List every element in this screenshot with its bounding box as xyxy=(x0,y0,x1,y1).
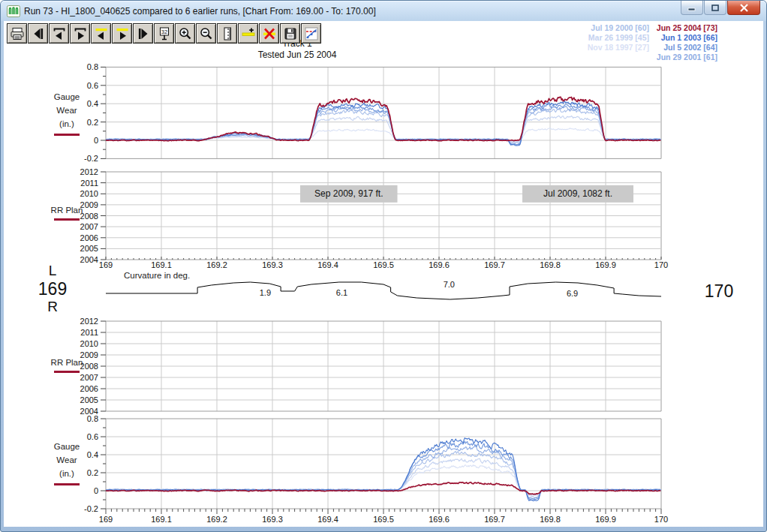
charts-canvas[interactable]: 0.80.60.40.20-0.220122011201020092008200… xyxy=(4,21,763,527)
svg-text:169.8: 169.8 xyxy=(540,260,561,269)
svg-text:6.1: 6.1 xyxy=(336,288,347,297)
printer-icon xyxy=(10,26,25,41)
svg-text:0.6: 0.6 xyxy=(87,432,98,441)
save-button[interactable] xyxy=(280,23,300,44)
svg-text:1.9: 1.9 xyxy=(260,288,271,297)
svg-text:2008: 2008 xyxy=(80,212,98,221)
close-button[interactable] xyxy=(727,1,760,15)
legend-item[interactable]: Nov 18 1997 [27] xyxy=(588,43,649,53)
svg-text:32: 32 xyxy=(161,28,167,35)
svg-text:169.1: 169.1 xyxy=(151,260,172,269)
zoom-in-icon xyxy=(178,26,193,41)
svg-text:169.2: 169.2 xyxy=(206,515,227,524)
svg-text:2011: 2011 xyxy=(80,328,98,337)
next-marked-section-button[interactable] xyxy=(112,23,132,44)
svg-text:169.4: 169.4 xyxy=(317,515,338,524)
svg-text:Jul 2009, 1082 ft.: Jul 2009, 1082 ft. xyxy=(543,188,612,199)
svg-text:169.6: 169.6 xyxy=(429,260,450,269)
svg-text:169.9: 169.9 xyxy=(595,515,616,524)
svg-text:0.8: 0.8 xyxy=(87,414,98,423)
svg-text:2012: 2012 xyxy=(80,167,98,176)
svg-text:2012: 2012 xyxy=(80,317,98,326)
svg-text:170: 170 xyxy=(654,260,668,269)
ruler-icon xyxy=(220,26,235,41)
print-button[interactable] xyxy=(7,23,27,44)
legend-item[interactable]: Mar 26 1999 [45] xyxy=(588,33,649,43)
svg-text:2010: 2010 xyxy=(80,189,98,198)
prev-marked-section-button[interactable] xyxy=(91,23,111,44)
svg-text:-0.2: -0.2 xyxy=(84,154,98,163)
charts-svg: 0.80.60.40.20-0.220122011201020092008200… xyxy=(4,21,763,527)
svg-text:2005: 2005 xyxy=(80,395,98,404)
svg-text:7.0: 7.0 xyxy=(444,280,455,289)
legend-item[interactable]: Jun 29 2001 [61] xyxy=(657,53,717,62)
svg-text:2009: 2009 xyxy=(80,200,98,209)
step-forward-button[interactable] xyxy=(133,23,153,44)
delete-track-bar-icon xyxy=(262,26,277,41)
svg-text:169.8: 169.8 xyxy=(540,515,561,524)
svg-text:2008: 2008 xyxy=(80,362,98,371)
ruler-button[interactable] xyxy=(217,23,237,44)
add-track-bar-button[interactable] xyxy=(238,23,258,44)
zoom-out-button[interactable] xyxy=(196,23,216,44)
svg-text:2005: 2005 xyxy=(80,244,98,253)
legend-item[interactable]: Jul 19 2000 [60] xyxy=(588,23,649,33)
legend-earlier-runs: Jul 19 2000 [60]Mar 26 1999 [45]Nov 18 1… xyxy=(588,23,649,53)
prev-marked-icon xyxy=(94,26,109,41)
prev-curve-button[interactable] xyxy=(49,23,69,44)
legend-item[interactable]: Jul 5 2002 [64] xyxy=(657,43,717,53)
minimize-button[interactable] xyxy=(681,1,703,15)
save-icon xyxy=(283,26,298,41)
milepost-32-icon: 32 xyxy=(157,26,172,41)
client-area: Track 1 Tested Jun 25 2004 0.80.60.40.20… xyxy=(4,21,763,527)
svg-text:2006: 2006 xyxy=(80,384,98,393)
svg-text:169.6: 169.6 xyxy=(429,515,450,524)
svg-text:169.9: 169.9 xyxy=(595,260,616,269)
svg-text:169: 169 xyxy=(99,515,113,524)
svg-text:170: 170 xyxy=(654,515,668,524)
minimize-icon xyxy=(687,5,696,11)
milepost-sign-button[interactable]: 32 xyxy=(154,23,174,44)
svg-text:0: 0 xyxy=(94,136,98,145)
svg-text:0.8: 0.8 xyxy=(87,62,98,71)
svg-text:0.4: 0.4 xyxy=(87,99,98,108)
restore-button[interactable] xyxy=(704,1,726,15)
svg-text:169: 169 xyxy=(99,260,113,269)
zoom-in-button[interactable] xyxy=(175,23,195,44)
svg-text:2007: 2007 xyxy=(80,373,98,382)
svg-text:0: 0 xyxy=(94,486,98,495)
svg-text:0.2: 0.2 xyxy=(87,118,98,127)
svg-text:169.7: 169.7 xyxy=(484,515,505,524)
restore-icon xyxy=(711,4,720,12)
svg-text:169.3: 169.3 xyxy=(262,260,283,269)
next-marked-icon xyxy=(115,26,130,41)
svg-text:169.3: 169.3 xyxy=(262,515,283,524)
legend-item[interactable]: Jun 25 2004 [73] xyxy=(657,23,717,33)
delete-track-bar-button[interactable] xyxy=(259,23,279,44)
svg-text:0.6: 0.6 xyxy=(87,81,98,90)
app-icon xyxy=(7,5,20,17)
legend-item[interactable]: Jun 1 2003 [66] xyxy=(657,33,717,43)
close-icon xyxy=(739,4,749,12)
svg-text:2004: 2004 xyxy=(80,255,98,264)
step-forward-icon xyxy=(136,26,151,41)
add-track-bar-icon xyxy=(241,26,256,41)
prev-curve-icon xyxy=(52,26,67,41)
svg-text:6.9: 6.9 xyxy=(567,289,578,298)
titlebar[interactable]: Run 73 - HI_1800_040625 compared to 6 ea… xyxy=(1,1,766,21)
trend-plot-icon xyxy=(304,26,319,41)
svg-text:169.4: 169.4 xyxy=(317,260,338,269)
svg-text:169.7: 169.7 xyxy=(484,260,505,269)
svg-text:2010: 2010 xyxy=(80,339,98,348)
toolbar: 32 xyxy=(7,23,322,44)
svg-text:169.2: 169.2 xyxy=(206,260,227,269)
step-back-icon xyxy=(31,26,46,41)
trend-plot-button[interactable] xyxy=(301,23,321,44)
step-back-button[interactable] xyxy=(28,23,48,44)
svg-text:2007: 2007 xyxy=(80,222,98,231)
svg-text:0.4: 0.4 xyxy=(87,450,98,459)
next-curve-button[interactable] xyxy=(70,23,90,44)
svg-text:2011: 2011 xyxy=(80,179,98,188)
svg-text:2009: 2009 xyxy=(80,350,98,359)
window-title: Run 73 - HI_1800_040625 compared to 6 ea… xyxy=(24,6,376,17)
